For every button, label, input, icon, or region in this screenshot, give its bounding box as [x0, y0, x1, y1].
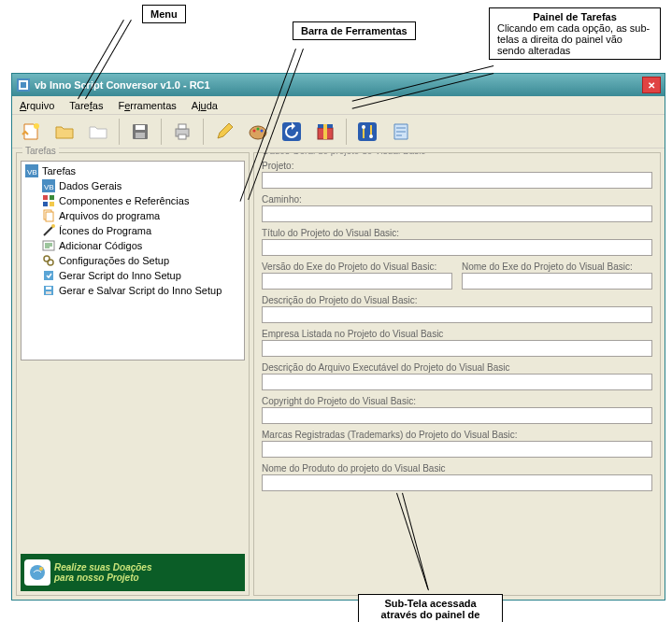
svg-point-13 [261, 129, 264, 132]
tasks-panel-title: Tarefas [22, 146, 59, 156]
vb-icon: VB [42, 179, 55, 192]
toolbar-script-icon[interactable] [388, 119, 414, 145]
label-descricao: Descrição do Projeto do Visual Basic: [262, 295, 652, 305]
callout-taskpanel-body: Clicando em cada opção, as sub-telas a d… [497, 22, 650, 56]
tree-item-codigos[interactable]: Adicionar Códigos [40, 238, 242, 253]
tree-item-icones[interactable]: Ícones do Programa [40, 223, 242, 238]
svg-rect-30 [46, 212, 53, 221]
label-marcas: Marcas Registradas (Trademarks) do Proje… [262, 430, 652, 440]
task-tree: VB Tarefas VB Dados Gerais Componentes e… [21, 161, 245, 360]
wand-icon [42, 224, 55, 237]
svg-rect-27 [43, 202, 48, 206]
svg-rect-38 [46, 291, 51, 294]
menu-ajuda[interactable]: Ajuda [184, 98, 225, 113]
donate-line1: Realize suas Doações [54, 562, 152, 573]
input-nome-prod[interactable] [262, 474, 652, 491]
toolbar-palette-icon[interactable] [245, 119, 271, 145]
svg-text:VB: VB [44, 183, 54, 191]
tree-label: Gerar Script do Inno Setup [59, 270, 181, 281]
tree-item-config[interactable]: Configurações do Setup [40, 253, 242, 268]
donate-icon [24, 559, 50, 586]
callout-subscreen-text: Sub-Tela acessada através do painel de t… [381, 598, 480, 622]
tree-label: Gerar e Salvar Script do Inno Setup [59, 285, 222, 296]
tree-root[interactable]: VB Tarefas [23, 163, 242, 178]
label-nome-exe: Nome do Exe do Projeto do Visual Basic: [462, 262, 652, 272]
toolbar-separator [346, 119, 347, 145]
toolbar-save-icon[interactable] [127, 119, 153, 145]
svg-rect-35 [44, 271, 53, 280]
tree-label: Dados Gerais [59, 180, 122, 191]
callout-taskpanel: Painel de Tarefas Clicando em cada opção… [489, 7, 661, 60]
menu-arquivo[interactable]: Arquivo [12, 98, 62, 113]
tree-label: Ícones do Programa [59, 225, 151, 236]
toolbar-print-icon[interactable] [169, 119, 195, 145]
svg-point-3 [34, 123, 39, 129]
settings-icon [42, 254, 55, 267]
tasks-panel: Tarefas VB Tarefas VB Dados Gerais Compo… [16, 152, 250, 596]
input-versao[interactable] [262, 273, 452, 290]
svg-rect-18 [358, 122, 377, 141]
svg-point-19 [362, 125, 365, 129]
label-nome-prod: Nome do Produto do projeto do Visual Bas… [262, 463, 652, 474]
components-icon [42, 194, 55, 207]
callout-toolbar-text: Barra de Ferramentas [301, 25, 407, 36]
svg-rect-25 [43, 195, 48, 200]
generate-icon [42, 269, 55, 282]
svg-rect-28 [50, 202, 54, 206]
toolbar-separator [161, 119, 162, 145]
toolbar-refresh-icon[interactable] [279, 119, 305, 145]
input-nome-exe[interactable] [462, 273, 652, 290]
svg-rect-5 [136, 125, 145, 130]
svg-point-20 [369, 134, 373, 138]
input-descricao[interactable] [262, 306, 652, 323]
tree-item-componentes[interactable]: Componentes e Referências [40, 193, 242, 208]
svg-point-39 [30, 565, 45, 580]
input-copyright[interactable] [262, 407, 652, 424]
menubar: Arquivo Tarefas Ferramentas Ajuda [12, 96, 665, 115]
svg-point-34 [48, 260, 53, 265]
toolbar-tools-icon[interactable] [354, 119, 380, 145]
input-empresa[interactable] [262, 340, 652, 357]
tree-item-gerar[interactable]: Gerar Script do Inno Setup [40, 268, 242, 283]
tree-item-dados-gerais[interactable]: VB Dados Gerais [40, 178, 242, 193]
close-button[interactable]: ✕ [642, 77, 661, 93]
menu-ferramentas[interactable]: Ferramentas [110, 98, 183, 113]
input-titulo[interactable] [262, 239, 652, 256]
app-icon [16, 78, 31, 92]
label-desc-exec: Descrição do Arquivo Executável do Proje… [262, 362, 652, 373]
input-caminho[interactable] [262, 205, 652, 222]
svg-rect-37 [46, 287, 51, 290]
tree-label: Arquivos do programa [59, 210, 160, 221]
form-panel: Dados Geral do projeto do Visual Basic P… [253, 152, 661, 596]
toolbar-edit-icon[interactable] [211, 119, 237, 145]
label-projeto: Projeto: [262, 161, 652, 171]
donate-banner[interactable]: Realize suas Doações para nosso Projeto [21, 554, 245, 591]
tree-label: Configurações do Setup [59, 255, 169, 266]
svg-point-12 [257, 127, 260, 130]
label-caminho: Caminho: [262, 194, 652, 205]
toolbar-folder-icon[interactable] [85, 119, 111, 145]
svg-point-40 [39, 567, 43, 571]
input-marcas[interactable] [262, 441, 652, 458]
toolbar [12, 115, 665, 148]
svg-rect-26 [50, 195, 54, 200]
window-title: vb Inno Script Conversor v1.0 - RC1 [35, 79, 642, 91]
tree-label: Componentes e Referências [59, 195, 189, 206]
files-icon [42, 209, 55, 222]
svg-rect-9 [179, 134, 186, 139]
vb-icon: VB [25, 164, 38, 177]
donate-line2: para nosso Projeto [54, 573, 152, 583]
toolbar-package-icon[interactable] [312, 119, 338, 145]
label-versao: Versão do Exe do Projeto do Visual Basic… [262, 262, 452, 272]
toolbar-new-icon[interactable] [18, 119, 44, 145]
tree-item-arquivos[interactable]: Arquivos do programa [40, 208, 242, 223]
svg-point-11 [253, 129, 256, 132]
input-desc-exec[interactable] [262, 374, 652, 390]
toolbar-separator [119, 119, 120, 145]
toolbar-open-icon[interactable] [51, 119, 78, 145]
input-projeto[interactable] [262, 172, 652, 189]
tree-item-gerar-salvar[interactable]: Gerar e Salvar Script do Inno Setup [40, 283, 242, 298]
menu-tarefas[interactable]: Tarefas [62, 98, 110, 113]
generate-save-icon [42, 284, 55, 297]
code-icon [42, 239, 55, 252]
